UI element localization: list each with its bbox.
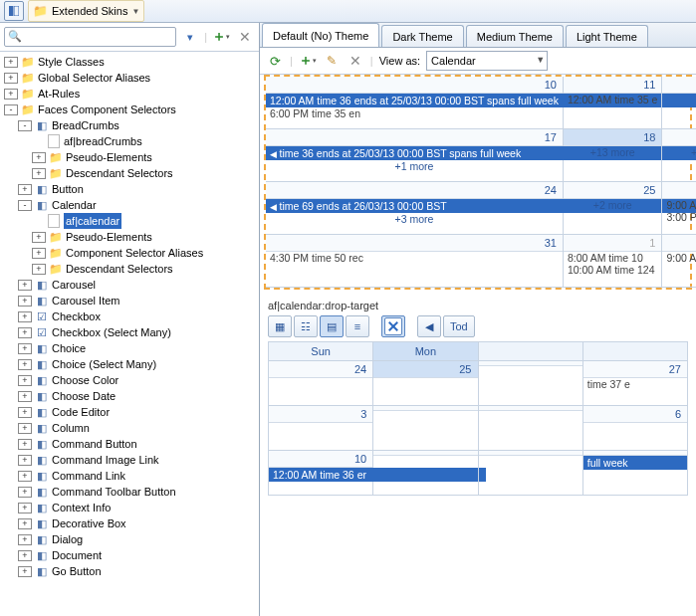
search-input[interactable]: 🔍 xyxy=(4,27,176,47)
allday-event[interactable]: full week xyxy=(583,456,687,470)
selector-tree[interactable]: +📁Style Classes+📁Global Selector Aliases… xyxy=(0,52,259,616)
calendar-cell[interactable]: 1012:00 AM time 36 ends at 25/03/13 00:0… xyxy=(266,77,564,129)
calendar-cell[interactable]: 1112:00 AM time 35 e xyxy=(564,77,662,129)
event[interactable]: 9:00 AM time 87 xyxy=(662,252,696,264)
expander-icon[interactable]: + xyxy=(18,534,32,545)
filter-button[interactable]: ▾ xyxy=(180,27,200,47)
calendar-cell[interactable] xyxy=(479,361,583,406)
calendar-cell[interactable] xyxy=(479,451,583,496)
tree-item[interactable]: +◧Command Toolbar Button xyxy=(18,484,259,500)
tree-item[interactable]: +◧Choose Date xyxy=(18,388,259,404)
tree-item[interactable]: +◧Document xyxy=(18,547,259,563)
tree-item[interactable]: +◧Choose Color xyxy=(18,372,259,388)
add-button-2[interactable]: ＋▾ xyxy=(299,52,317,70)
tree-item[interactable]: +📁Descendant Selectors xyxy=(32,165,259,181)
tree-item[interactable]: +◧Command Link xyxy=(18,468,259,484)
event[interactable]: 9:00 AM time 85 xyxy=(662,199,696,211)
tree-item[interactable]: +📁At-Rules xyxy=(4,86,259,102)
calendar-cell[interactable]: 1012:00 AM time 36 er xyxy=(269,451,373,496)
tree-item[interactable]: af|breadCrumbs xyxy=(32,133,259,149)
day-view-button[interactable]: ▦ xyxy=(268,315,292,337)
expander-icon[interactable]: + xyxy=(18,184,32,195)
event[interactable]: 10:00 AM time 124 xyxy=(564,264,661,276)
delete-event-button[interactable] xyxy=(381,315,405,337)
calendar-cell[interactable]: 3 xyxy=(269,406,373,451)
breadcrumb[interactable]: 📁 Extended Skins ▼ xyxy=(28,0,144,22)
tree-item[interactable]: +◧Column xyxy=(18,420,259,436)
expander-icon[interactable]: + xyxy=(4,57,18,68)
viewas-combo[interactable]: Calendar▼ xyxy=(426,51,548,71)
expander-icon[interactable]: - xyxy=(18,120,32,131)
expander-icon[interactable]: + xyxy=(4,89,18,100)
expander-icon[interactable]: + xyxy=(18,455,32,466)
tree-item[interactable]: +◧Choice (Select Many) xyxy=(18,356,259,372)
calendar-cell[interactable]: 18+13 more xyxy=(564,129,662,182)
theme-tab[interactable]: Medium Theme xyxy=(466,25,564,47)
expander-icon[interactable]: + xyxy=(18,280,32,291)
expander-icon[interactable]: + xyxy=(18,487,32,498)
tree-item[interactable]: +◧Button xyxy=(18,181,259,197)
calendar-cell[interactable]: 24 xyxy=(269,361,373,406)
panel-toggle-icon[interactable] xyxy=(4,1,24,21)
calendar-cell[interactable] xyxy=(373,451,478,496)
calendar-cell[interactable] xyxy=(479,406,583,451)
expander-icon[interactable]: + xyxy=(18,566,32,577)
tree-item[interactable]: +◧Dialog xyxy=(18,531,259,547)
calendar-cell[interactable]: 269:00 AM time 853:00 PM time 46 rec xyxy=(662,182,696,235)
tree-item[interactable]: +📁Pseudo-Elements xyxy=(32,229,259,245)
calendar-cell[interactable]: 29:00 AM time 87 xyxy=(662,235,696,288)
tree-item[interactable]: +◧Choice xyxy=(18,340,259,356)
prev-button[interactable]: ◀ xyxy=(417,315,441,337)
theme-tab[interactable]: Light Theme xyxy=(566,25,648,47)
calendar-cell[interactable]: 24time 69 ends at 26/03/13 00:00 BST+3 m… xyxy=(266,182,564,235)
more-link[interactable]: +1 more xyxy=(266,160,563,172)
delete-button[interactable]: ✕ xyxy=(235,27,255,47)
calendar-cell[interactable]: 6 xyxy=(583,406,688,451)
expander-icon[interactable]: + xyxy=(18,375,32,386)
calendar-cell[interactable]: 27time 37 e xyxy=(583,361,688,406)
calendar-cell[interactable]: 12 xyxy=(662,77,696,129)
more-link[interactable]: +3 more xyxy=(266,213,563,225)
expander-icon[interactable]: + xyxy=(18,471,32,482)
tree-item[interactable]: +◧Go Button xyxy=(18,563,259,579)
tree-item[interactable]: af|calendar xyxy=(32,213,259,229)
calendar-cell[interactable]: 17time 36 ends at 25/03/13 00:00 BST spa… xyxy=(266,129,564,182)
expander-icon[interactable]: - xyxy=(18,200,32,211)
calendar-cell[interactable]: 25+2 more xyxy=(564,182,662,235)
tree-item[interactable]: -◧BreadCrumbs xyxy=(18,117,259,133)
tree-item[interactable]: +☑Checkbox xyxy=(18,308,259,324)
list-view-button[interactable]: ≡ xyxy=(346,315,369,337)
expander-icon[interactable]: + xyxy=(32,152,46,163)
expander-icon[interactable]: + xyxy=(32,168,46,179)
expander-icon[interactable]: + xyxy=(18,311,32,322)
tree-item[interactable]: +◧Decorative Box xyxy=(18,515,259,531)
expander-icon[interactable]: + xyxy=(18,343,32,354)
expander-icon[interactable]: + xyxy=(18,327,32,338)
expander-icon[interactable]: + xyxy=(18,296,32,307)
tree-item[interactable]: +📁Style Classes xyxy=(4,54,259,70)
edit-button[interactable]: ✎ xyxy=(323,52,341,70)
calendar-cell[interactable] xyxy=(373,406,478,451)
calendar-cell[interactable]: 314:30 PM time 50 rec xyxy=(266,235,564,288)
delete-button-2[interactable]: ✕ xyxy=(347,52,364,70)
expander-icon[interactable]: + xyxy=(18,391,32,402)
event[interactable]: 6:00 PM time 35 en xyxy=(266,107,563,119)
week-view-button[interactable]: ☷ xyxy=(294,315,318,337)
tree-item[interactable]: +📁Global Selector Aliases xyxy=(4,70,259,86)
tree-item[interactable]: +◧Carousel xyxy=(18,277,259,293)
more-link[interactable]: +2 more xyxy=(564,199,661,211)
tree-item[interactable]: +☑Checkbox (Select Many) xyxy=(18,324,259,340)
calendar-cell[interactable]: 25 xyxy=(373,361,478,406)
more-link[interactable]: +13 more xyxy=(662,146,696,158)
expander-icon[interactable]: + xyxy=(32,232,46,243)
expander-icon[interactable]: + xyxy=(4,73,18,84)
event[interactable]: 8:00 AM time 10 xyxy=(564,252,661,264)
expander-icon[interactable]: + xyxy=(18,518,32,529)
refresh-button[interactable]: ⟳ xyxy=(266,52,284,70)
expander-icon[interactable]: + xyxy=(32,264,46,275)
add-button[interactable]: ＋▾ xyxy=(211,27,231,47)
event[interactable]: 4:30 PM time 50 rec xyxy=(266,252,563,264)
calendar-cell[interactable]: 19+13 more xyxy=(662,129,696,182)
theme-tab[interactable]: Dark Theme xyxy=(381,25,463,47)
expander-icon[interactable]: + xyxy=(18,439,32,450)
